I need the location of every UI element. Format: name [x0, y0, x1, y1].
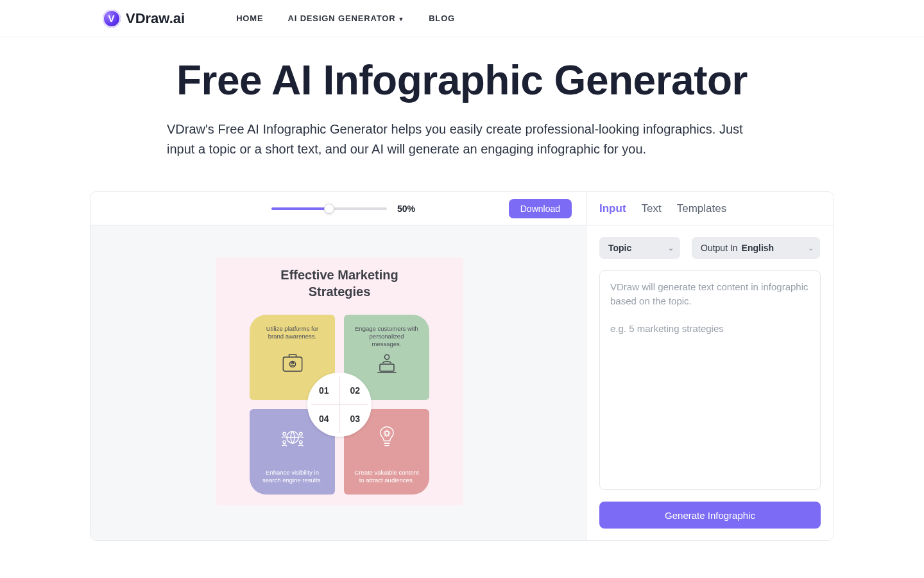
infographic-grid: Utilize platforms for brand awareness. E… [250, 315, 429, 495]
hero: Free AI Infographic Generator VDraw's Fr… [0, 37, 924, 166]
chevron-down-icon: ⌄ [668, 244, 674, 252]
quad-3-caption: Create valuable content to attract audie… [344, 469, 429, 484]
quad-number-1: 01 [319, 385, 329, 396]
zoom-control: 50% [271, 204, 415, 214]
infographic-title: Effective Marketing Strategies [280, 267, 398, 300]
nav-blog[interactable]: BLOG [429, 13, 455, 23]
svg-point-5 [384, 431, 388, 435]
tab-text[interactable]: Text [642, 202, 662, 215]
brand-logo-icon: V [103, 10, 121, 28]
zoom-value: 50% [397, 204, 415, 214]
chevron-down-icon: ▼ [398, 16, 404, 22]
zoom-slider-thumb[interactable] [324, 204, 334, 214]
page-title: Free AI Infographic Generator [0, 57, 924, 104]
quad-number-4: 04 [319, 414, 329, 424]
quad-number-3: 03 [350, 414, 360, 424]
svg-point-8 [299, 432, 302, 435]
nav-generator[interactable]: AI DESIGN GENERATOR ▼ [288, 13, 405, 23]
topic-select-label: Topic [608, 243, 631, 253]
generate-button[interactable]: Generate Infographic [599, 502, 821, 529]
svg-point-10 [299, 441, 302, 443]
topic-select[interactable]: Topic ⌄ [599, 237, 680, 259]
app-shell: 50% Download Effective Marketing Strateg… [90, 191, 834, 541]
nav-home[interactable]: HOME [236, 13, 263, 23]
stage-column: 50% Download Effective Marketing Strateg… [90, 192, 586, 540]
svg-rect-4 [380, 364, 394, 371]
top-nav: V VDraw.ai HOME AI DESIGN GENERATOR ▼ BL… [0, 0, 924, 37]
zoom-slider[interactable] [271, 207, 387, 210]
chevron-down-icon: ⌄ [808, 244, 814, 252]
svg-point-7 [282, 432, 285, 435]
infographic-preview: Effective Marketing Strategies Utilize p… [216, 258, 463, 505]
panel-body: Topic ⌄ Output In English ⌄ Generate Inf… [586, 225, 834, 540]
quad-2-caption: Engage customers with personalized messa… [344, 325, 429, 348]
quad-4-caption: Enhance visibility in search engine resu… [250, 469, 335, 484]
page-subtitle: VDraw's Free AI Infographic Generator he… [154, 119, 770, 159]
output-in-lang: English [742, 243, 774, 253]
canvas-stage[interactable]: Effective Marketing Strategies Utilize p… [90, 225, 586, 540]
output-in-prefix: Output In [701, 243, 738, 253]
quad-number-2: 02 [350, 385, 360, 396]
tab-templates[interactable]: Templates [677, 202, 726, 215]
side-panel: Input Text Templates Topic ⌄ Output In E… [586, 192, 834, 540]
panel-tabs: Input Text Templates [586, 192, 834, 225]
output-language-select[interactable]: Output In English ⌄ [692, 237, 820, 259]
tab-input[interactable]: Input [599, 202, 626, 215]
download-button[interactable]: Download [509, 199, 572, 218]
panel-selects: Topic ⌄ Output In English ⌄ [599, 237, 821, 259]
badge-icon [250, 350, 335, 378]
user-laptop-icon [344, 350, 429, 378]
brand-word: VDraw.ai [126, 10, 185, 27]
brand[interactable]: V VDraw.ai [103, 10, 185, 28]
topic-input[interactable] [599, 270, 821, 490]
quad-1-caption: Utilize platforms for brand awareness. [250, 325, 335, 340]
quad-hub: 01 02 03 04 [307, 372, 372, 437]
nav-generator-label: AI DESIGN GENERATOR [288, 13, 396, 23]
stage-toolbar: 50% Download [90, 192, 586, 225]
svg-point-3 [384, 355, 389, 359]
svg-point-9 [282, 441, 285, 443]
svg-point-2 [291, 362, 293, 364]
